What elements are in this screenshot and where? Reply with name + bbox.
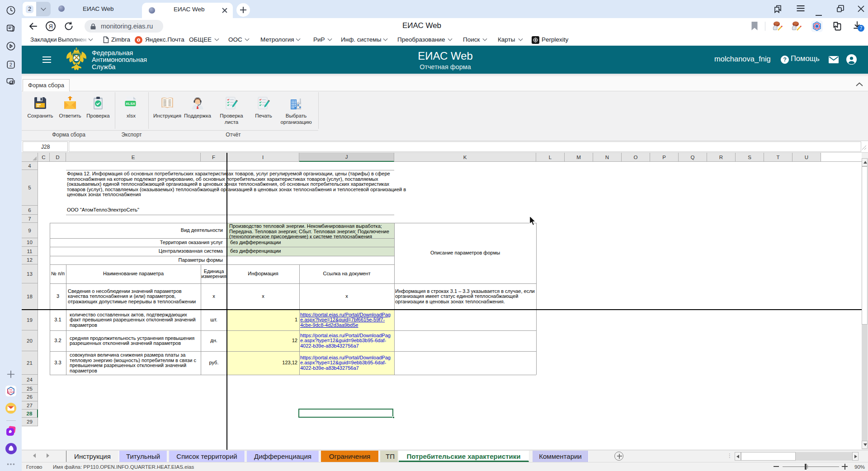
svg-text:?: ? [783,57,787,63]
svg-text:Я: Я [49,24,53,30]
svg-text:2: 2 [9,62,12,67]
svg-text:XLSX: XLSX [126,102,136,106]
svg-text:услуги: услуги [7,391,14,393]
